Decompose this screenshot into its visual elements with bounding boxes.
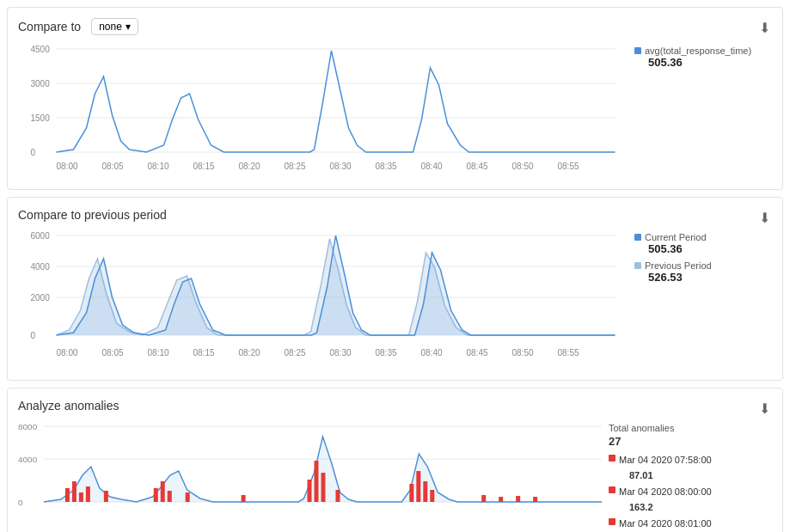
total-anomalies-label: Total anomalies	[609, 423, 772, 433]
svg-rect-66	[481, 495, 486, 502]
anomalies-chart: 8000 4000 0 -4000	[18, 419, 602, 532]
svg-text:08:00: 08:00	[57, 162, 78, 171]
legend-item-avg: avg(total_response_time) 505.36	[634, 46, 772, 69]
legend-value-previous: 526.53	[648, 271, 772, 284]
anomaly-item-1: Mar 04 2020 08:00:00 163.2	[609, 485, 772, 515]
compare-previous-legend: Current Period 505.36 Previous Period 52…	[634, 229, 772, 373]
anomalies-legend: Total anomalies 27 Mar 04 2020 07:58:00 …	[609, 419, 772, 532]
anomaly-item-0: Mar 04 2020 07:58:00 87.01	[609, 453, 772, 483]
svg-rect-61	[409, 484, 413, 502]
compare-previous-header: Compare to previous period	[18, 208, 772, 222]
svg-rect-63	[423, 481, 427, 502]
compare-previous-panel: Compare to previous period ⬇ 6000 4000 2…	[7, 197, 783, 381]
total-anomalies-value: 27	[609, 435, 772, 448]
anomalies-header: Analyze anomalies	[18, 399, 772, 413]
anomaly-timestamp-1: Mar 04 2020 08:00:00	[619, 485, 712, 500]
svg-rect-56	[186, 492, 190, 502]
svg-text:08:45: 08:45	[467, 348, 488, 358]
svg-rect-65	[242, 495, 246, 502]
compare-previous-chart-area: 6000 4000 2000 0 08:00 08:05 08:10 08:15…	[18, 229, 772, 373]
svg-rect-58	[314, 461, 318, 502]
svg-text:1500: 1500	[31, 113, 51, 123]
svg-text:6000: 6000	[31, 231, 51, 241]
svg-text:08:50: 08:50	[512, 162, 534, 171]
compare-to-chart: 4500 3000 1500 0 08:00 08:05 08:10 08:15…	[18, 42, 628, 182]
legend-item-previous: Previous Period 526.53	[634, 260, 772, 284]
compare-previous-chart: 6000 4000 2000 0 08:00 08:05 08:10 08:15…	[18, 229, 628, 373]
svg-text:4000: 4000	[18, 455, 38, 464]
anomaly-timestamp-0: Mar 04 2020 07:58:00	[619, 453, 712, 468]
compare-to-legend: avg(total_response_time) 505.36	[634, 42, 772, 182]
download-button-3[interactable]: ⬇	[757, 399, 772, 419]
compare-select-value: none	[99, 21, 122, 33]
legend-item-current: Current Period 505.36	[634, 232, 772, 255]
svg-text:08:05: 08:05	[102, 348, 124, 358]
svg-text:08:30: 08:30	[330, 348, 352, 358]
svg-rect-69	[533, 497, 537, 502]
legend-value-current: 505.36	[648, 242, 772, 255]
svg-rect-59	[321, 473, 325, 502]
svg-text:2000: 2000	[31, 293, 51, 303]
svg-rect-49	[72, 481, 77, 502]
svg-text:08:55: 08:55	[558, 162, 579, 171]
svg-text:08:15: 08:15	[193, 348, 215, 358]
anomaly-dot-1	[609, 486, 615, 493]
anomaly-value-1: 163.2	[629, 500, 712, 516]
svg-text:08:55: 08:55	[558, 348, 579, 358]
svg-text:08:20: 08:20	[239, 162, 260, 171]
legend-dot-previous	[634, 262, 641, 269]
compare-previous-title: Compare to previous period	[18, 208, 167, 222]
svg-text:08:30: 08:30	[330, 162, 352, 171]
svg-rect-62	[416, 471, 420, 502]
anomalies-title: Analyze anomalies	[18, 399, 119, 413]
svg-text:08:05: 08:05	[102, 162, 124, 171]
chevron-down-icon: ▾	[126, 21, 131, 33]
svg-rect-52	[104, 491, 108, 502]
svg-rect-64	[430, 490, 434, 502]
legend-label-current: Current Period	[645, 232, 707, 242]
compare-to-chart-area: 4500 3000 1500 0 08:00 08:05 08:10 08:15…	[18, 42, 772, 182]
svg-rect-48	[65, 488, 70, 502]
svg-text:08:40: 08:40	[421, 162, 443, 171]
svg-text:0: 0	[31, 331, 36, 340]
svg-text:08:25: 08:25	[285, 348, 306, 358]
legend-label-previous: Previous Period	[645, 260, 712, 271]
svg-text:08:25: 08:25	[285, 162, 306, 171]
anomalies-chart-area: 8000 4000 0 -4000	[18, 419, 772, 532]
legend-dot-current	[634, 234, 641, 241]
svg-text:3000: 3000	[31, 79, 51, 89]
svg-rect-60	[335, 490, 340, 502]
anomaly-item-2: Mar 04 2020 08:01:00 386.12	[609, 517, 772, 532]
svg-text:08:10: 08:10	[148, 348, 169, 358]
svg-text:08:40: 08:40	[421, 348, 443, 358]
download-button-2[interactable]: ⬇	[757, 208, 772, 228]
legend-value-avg: 505.36	[648, 56, 772, 69]
svg-rect-57	[308, 480, 312, 502]
compare-to-header: Compare to none ▾	[18, 18, 772, 35]
svg-text:08:50: 08:50	[512, 348, 534, 358]
svg-rect-54	[161, 481, 165, 502]
anomaly-dot-0	[609, 455, 615, 462]
anomaly-dot-2	[609, 518, 615, 525]
anomaly-value-0: 87.01	[629, 468, 712, 484]
compare-select-dropdown[interactable]: none ▾	[91, 18, 138, 35]
svg-text:08:35: 08:35	[376, 162, 397, 171]
compare-to-svg: 4500 3000 1500 0 08:00 08:05 08:10 08:15…	[18, 42, 628, 180]
svg-text:08:15: 08:15	[193, 162, 215, 171]
compare-previous-svg: 6000 4000 2000 0 08:00 08:05 08:10 08:15…	[18, 229, 628, 370]
svg-text:4000: 4000	[31, 262, 51, 272]
svg-text:08:20: 08:20	[239, 348, 260, 358]
svg-rect-55	[168, 491, 172, 502]
svg-text:08:10: 08:10	[148, 162, 169, 171]
svg-rect-53	[154, 488, 158, 502]
download-button-1[interactable]: ⬇	[757, 18, 772, 38]
svg-text:08:00: 08:00	[57, 348, 78, 358]
legend-label-avg: avg(total_response_time)	[645, 46, 751, 56]
svg-text:4500: 4500	[31, 45, 51, 54]
svg-rect-50	[79, 492, 83, 502]
svg-text:08:35: 08:35	[376, 348, 397, 358]
svg-text:8000: 8000	[18, 422, 38, 431]
svg-text:0: 0	[18, 498, 23, 507]
svg-rect-68	[516, 496, 520, 502]
svg-text:0: 0	[31, 148, 36, 157]
